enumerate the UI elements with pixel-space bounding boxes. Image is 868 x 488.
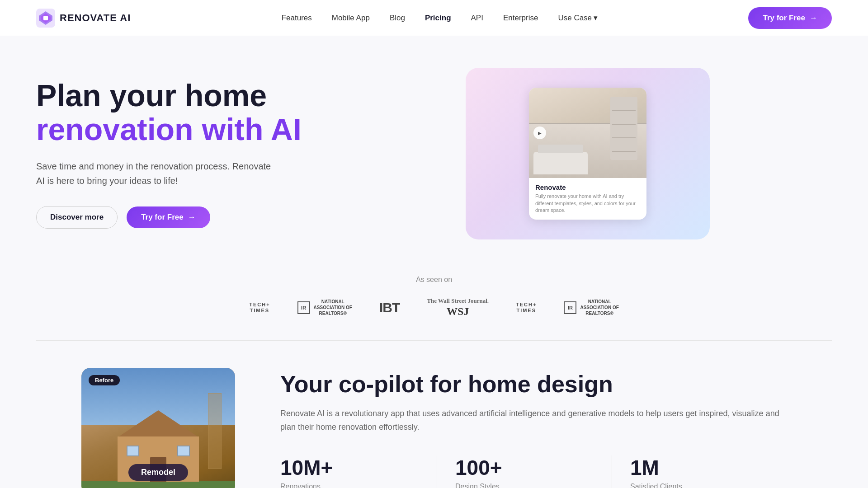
roof bbox=[118, 410, 199, 437]
remodel-label: Remodel bbox=[128, 464, 188, 481]
hero-visual: ▶ Renovate Fully renovate your home with… bbox=[344, 68, 832, 239]
stat-design-styles-label: Design Styles bbox=[455, 483, 594, 488]
ibt-logo: IBT bbox=[379, 300, 400, 315]
hero-buttons: Discover more Try for Free → bbox=[36, 206, 316, 229]
nav-try-free-button[interactable]: Try for Free → bbox=[748, 7, 832, 29]
as-seen-on-section: As seen on TECH+ TIMES IR NATIONAL ASSOC… bbox=[0, 262, 868, 340]
nar-icon-2: IR bbox=[564, 301, 576, 314]
before-tag: Before bbox=[89, 375, 120, 385]
nav-item-features[interactable]: Features bbox=[282, 14, 312, 23]
nav-item-enterprise[interactable]: Enterprise bbox=[503, 14, 538, 23]
window-left bbox=[127, 446, 139, 456]
stat-satisfied-clients-number: 1M bbox=[630, 455, 769, 480]
wsj-logo: The Wall Street Journal. WSJ bbox=[427, 297, 489, 318]
nav-item-pricing[interactable]: Pricing bbox=[425, 14, 451, 23]
media-logos-row: TECH+ TIMES IR NATIONAL ASSOCIATION OF R… bbox=[36, 297, 832, 318]
as-seen-on-label: As seen on bbox=[36, 276, 832, 284]
copilot-content: Your co-pilot for home design Renovate A… bbox=[280, 371, 787, 488]
nav-item-api[interactable]: API bbox=[471, 14, 483, 23]
window-right bbox=[177, 446, 190, 456]
hero-section: Plan your home renovation with AI Save t… bbox=[0, 36, 868, 262]
room-card-title: Renovate bbox=[535, 183, 640, 191]
room-image: ▶ bbox=[529, 88, 646, 178]
hero-try-free-button[interactable]: Try for Free → bbox=[127, 206, 210, 228]
room-bed-decoration bbox=[533, 152, 588, 174]
logo-icon bbox=[36, 9, 55, 28]
stats-row: 10M+ Renovations 100+ Design Styles 1M S… bbox=[280, 455, 787, 488]
stat-satisfied-clients: 1M Satisfied Clients bbox=[612, 455, 787, 488]
room-preview-card: ▶ Renovate Fully renovate your home with… bbox=[529, 88, 646, 219]
copilot-description: Renovate AI is a revolutionary app that … bbox=[280, 407, 787, 434]
nar-text-1: NATIONAL ASSOCIATION OF REALTORS® bbox=[314, 299, 352, 316]
arrow-right-icon: → bbox=[188, 213, 196, 222]
nar-icon-1: IR bbox=[297, 301, 310, 314]
stat-renovations-number: 10M+ bbox=[280, 455, 419, 480]
nar-logo-2: IR NATIONAL ASSOCIATION OF REALTORS® bbox=[564, 299, 618, 316]
hero-title: Plan your home renovation with AI bbox=[36, 79, 316, 146]
room-shelf-decoration bbox=[610, 97, 637, 160]
navbar: RENOVATE AI Features Mobile App Blog Pri… bbox=[0, 0, 868, 36]
copilot-section: Before Remodel Your co-pilot for home de… bbox=[0, 341, 868, 488]
stat-satisfied-clients-label: Satisfied Clients bbox=[630, 483, 769, 488]
nar-logo-1: IR NATIONAL ASSOCIATION OF REALTORS® bbox=[297, 299, 352, 316]
brand-name: RENOVATE AI bbox=[60, 12, 131, 24]
tech-times-logo-2: TECH+ TIMES bbox=[516, 302, 537, 313]
stat-design-styles: 100+ Design Styles bbox=[437, 455, 612, 488]
tech-times-logo-1: TECH+ TIMES bbox=[249, 302, 270, 313]
nav-item-mobile-app[interactable]: Mobile App bbox=[332, 14, 370, 23]
hero-room-card: ▶ Renovate Fully renovate your home with… bbox=[466, 68, 710, 239]
chevron-down-icon: ▾ bbox=[594, 13, 598, 23]
hero-description: Save time and money in the renovation pr… bbox=[36, 159, 271, 188]
discover-more-button[interactable]: Discover more bbox=[36, 206, 118, 229]
hero-content: Plan your home renovation with AI Save t… bbox=[36, 79, 316, 229]
nav-links: Features Mobile App Blog Pricing API Ent… bbox=[282, 13, 598, 23]
nav-item-use-case[interactable]: Use Case ▾ bbox=[558, 13, 598, 23]
brand-logo[interactable]: RENOVATE AI bbox=[36, 9, 131, 28]
room-info: Renovate Fully renovate your home with A… bbox=[529, 178, 646, 219]
stat-renovations-label: Renovations bbox=[280, 483, 419, 488]
room-card-desc: Fully renovate your home with AI and try… bbox=[535, 193, 640, 214]
stat-renovations: 10M+ Renovations bbox=[280, 455, 437, 488]
ground bbox=[81, 481, 235, 488]
before-house-card: Before Remodel bbox=[81, 368, 235, 488]
svg-rect-3 bbox=[43, 16, 48, 20]
nav-item-blog[interactable]: Blog bbox=[390, 14, 405, 23]
nar-text-2: NATIONAL ASSOCIATION OF REALTORS® bbox=[580, 299, 618, 316]
stat-design-styles-number: 100+ bbox=[455, 455, 594, 480]
copilot-title: Your co-pilot for home design bbox=[280, 371, 787, 397]
scaffolding bbox=[208, 393, 222, 469]
play-button-icon[interactable]: ▶ bbox=[533, 127, 546, 139]
arrow-right-icon: → bbox=[810, 14, 817, 23]
